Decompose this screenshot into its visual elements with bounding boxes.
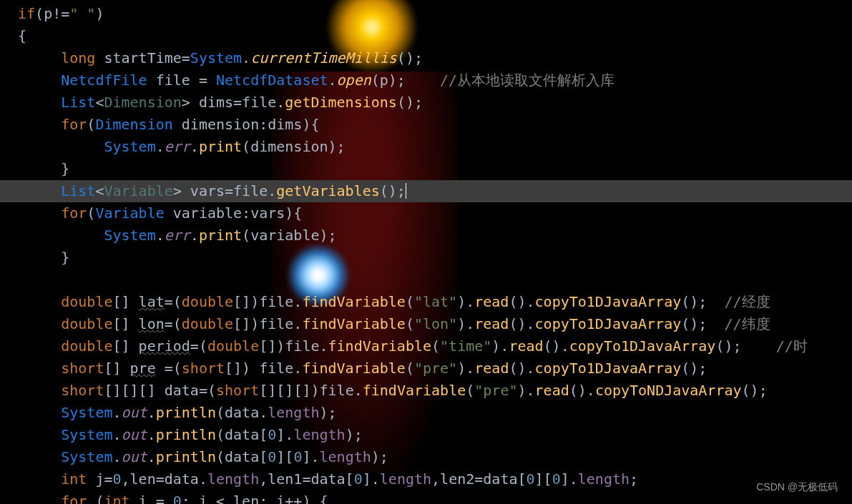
code-line[interactable]: double[] lat=(double[])file.findVariable… bbox=[18, 291, 852, 313]
keyword: int bbox=[61, 470, 95, 488]
field: out bbox=[122, 426, 147, 443]
method: findVariable bbox=[302, 315, 406, 332]
text: ); bbox=[319, 404, 336, 421]
type: System bbox=[104, 227, 155, 244]
text: ; bbox=[630, 470, 638, 488]
text: ( bbox=[95, 493, 104, 504]
code-line[interactable]: for(Variable variable:vars){ bbox=[18, 202, 852, 224]
field: length bbox=[380, 470, 431, 488]
text: [] bbox=[112, 337, 138, 355]
field: out bbox=[122, 448, 147, 465]
var-wavy: lat bbox=[139, 293, 165, 310]
text: (data. bbox=[216, 404, 268, 421]
code-line[interactable]: System.out.println(data.length); bbox=[18, 402, 852, 424]
code-line[interactable]: { bbox=[18, 25, 852, 47]
method: read bbox=[474, 360, 509, 377]
text: [] bbox=[104, 360, 129, 377]
code-line[interactable]: } bbox=[18, 247, 852, 269]
text: ]. bbox=[561, 470, 578, 488]
code-line[interactable]: short[][][] data=(short[][][])file.findV… bbox=[18, 380, 852, 402]
code-line[interactable]: System.err.print(variable); bbox=[18, 224, 852, 247]
text: ]. bbox=[302, 448, 319, 465]
text: . bbox=[328, 71, 337, 89]
number: 0 bbox=[268, 426, 276, 443]
code-line[interactable]: NetcdfFile file = NetcdfDataset.open(p);… bbox=[18, 69, 852, 92]
text: . bbox=[190, 138, 199, 155]
code-line[interactable]: for (int i = 0; i < len; i++) { bbox=[18, 490, 852, 504]
text: ( bbox=[87, 204, 95, 222]
code-line[interactable]: List<Dimension> dims=file.getDimensions(… bbox=[18, 92, 852, 114]
code-line-highlighted[interactable]: List<Variable> vars=file.getVariables(); bbox=[0, 180, 852, 202]
text: ( bbox=[87, 116, 95, 133]
method: getVariables bbox=[276, 182, 380, 199]
keyword: long bbox=[61, 49, 104, 66]
type: Variable bbox=[95, 204, 172, 222]
number: 0 bbox=[268, 448, 276, 465]
text: . bbox=[242, 49, 250, 66]
code-line[interactable]: System.err.print(dimension); bbox=[18, 136, 852, 158]
code-line[interactable]: System.out.println(data[0][0].length); bbox=[18, 446, 852, 468]
text: . bbox=[112, 448, 121, 465]
text: . bbox=[147, 448, 156, 465]
text: i = bbox=[139, 493, 173, 504]
text: (data[ bbox=[216, 426, 268, 443]
code-line[interactable]: double[] period=(double[])file.findVaria… bbox=[18, 335, 852, 357]
type: NetcdfDataset bbox=[216, 71, 328, 89]
keyword: double bbox=[182, 293, 233, 310]
text: []) file. bbox=[225, 360, 302, 377]
text: (); bbox=[681, 293, 724, 310]
code-line[interactable]: System.out.println(data[0].length); bbox=[18, 424, 852, 446]
text: ). bbox=[517, 382, 534, 399]
brace: } bbox=[61, 160, 69, 177]
method: getDimensions bbox=[285, 94, 397, 111]
code-line[interactable]: long startTime=System.currentTimeMillis(… bbox=[18, 47, 852, 69]
text: > bbox=[182, 94, 199, 111]
text: startTime= bbox=[104, 49, 190, 66]
code-line[interactable]: } bbox=[18, 158, 852, 180]
field: length bbox=[320, 448, 371, 465]
string: "time" bbox=[440, 337, 491, 355]
code-line[interactable]: int j=0,len=data.length,len1=data[0].len… bbox=[18, 468, 852, 490]
code-line[interactable]: short[] pre =(short[]) file.findVariable… bbox=[18, 357, 852, 380]
text: =( bbox=[190, 337, 207, 355]
method: currentTimeMillis bbox=[250, 49, 397, 66]
text: =( bbox=[165, 293, 182, 310]
generic-type: Dimension bbox=[104, 94, 181, 111]
text: [])file. bbox=[233, 293, 302, 310]
method: read bbox=[474, 293, 509, 310]
text: (dimension); bbox=[242, 138, 346, 155]
code-editor[interactable]: if(p!=" ") { long startTime=System.curre… bbox=[0, 0, 852, 504]
code-line[interactable]: for(Dimension dimension:dims){ bbox=[18, 114, 852, 136]
text: (); bbox=[681, 315, 724, 332]
text: ,len=data. bbox=[122, 470, 207, 488]
type: List bbox=[61, 94, 95, 111]
type: List bbox=[61, 182, 95, 199]
text: ( bbox=[466, 382, 474, 399]
text: (). bbox=[509, 360, 534, 377]
text: [])file. bbox=[259, 337, 328, 355]
keyword: for bbox=[61, 204, 87, 222]
code-line[interactable]: double[] lon=(double[])file.findVariable… bbox=[18, 313, 852, 335]
type: System bbox=[61, 448, 112, 465]
text: ,len1=data[ bbox=[259, 470, 353, 488]
method: copyToNDJavaArray bbox=[595, 382, 742, 399]
text: . bbox=[112, 426, 121, 443]
code-line[interactable]: if(p!=" ") bbox=[18, 3, 852, 25]
method: copyTo1DJavaArray bbox=[569, 337, 716, 355]
text: variable:vars){ bbox=[173, 204, 303, 222]
text: (); bbox=[715, 337, 775, 355]
keyword: if bbox=[18, 5, 35, 22]
method: println bbox=[156, 448, 216, 465]
keyword: double bbox=[207, 337, 259, 355]
number: 0 bbox=[527, 470, 535, 488]
number: 0 bbox=[552, 470, 561, 488]
code-line-blank[interactable] bbox=[18, 269, 852, 291]
field: err bbox=[165, 138, 190, 155]
text: (). bbox=[509, 315, 534, 332]
text: (); bbox=[742, 382, 768, 399]
text: ]. bbox=[276, 426, 293, 443]
number: 0 bbox=[354, 470, 363, 488]
field: err bbox=[165, 227, 190, 244]
text: > bbox=[173, 182, 190, 199]
text: (data[ bbox=[216, 448, 268, 465]
